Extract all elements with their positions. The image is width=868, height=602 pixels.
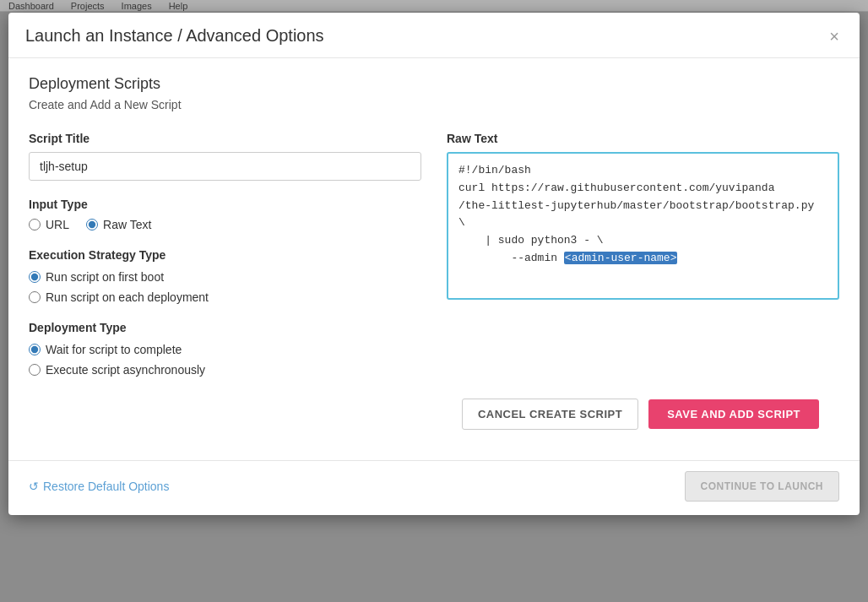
section-title: Deployment Scripts	[29, 75, 839, 93]
input-type-radio-group: URL Raw Text	[29, 218, 421, 231]
modal-dialog: Launch an Instance / Advanced Options × …	[8, 13, 860, 515]
continue-to-launch-button[interactable]: CONTINUE TO LAUNCH	[685, 471, 839, 502]
section-subtitle: Create and Add a New Script	[29, 98, 839, 111]
deployment-radio-group: Wait for script to complete Execute scri…	[29, 343, 421, 377]
raw-text-editor[interactable]: #!/bin/bash curl https://raw.githubuserc…	[447, 152, 839, 300]
cancel-create-script-button[interactable]: CANCEL CREATE SCRIPT	[462, 399, 638, 430]
deployment-type-label: Deployment Type	[29, 321, 421, 334]
radio-url-item[interactable]: URL	[29, 218, 69, 231]
deployment-type-section: Deployment Type Wait for script to compl…	[29, 321, 421, 377]
script-title-input[interactable]	[29, 152, 421, 181]
modal-header: Launch an Instance / Advanced Options ×	[8, 13, 860, 58]
radio-each-deploy[interactable]	[29, 291, 41, 303]
radio-rawtext-item[interactable]: Raw Text	[86, 218, 151, 231]
modal-bottom-bar: ↺ Restore Default Options CONTINUE TO LA…	[8, 460, 860, 515]
input-type-label: Input Type	[29, 198, 421, 211]
script-title-label: Script Title	[29, 132, 421, 145]
form-columns: Script Title Input Type URL Raw Text	[29, 132, 839, 377]
save-and-add-script-button[interactable]: SAVE AND ADD SCRIPT	[648, 399, 819, 429]
radio-async-label: Execute script asynchronously	[46, 363, 205, 377]
modal-title: Launch an Instance / Advanced Options	[25, 26, 324, 46]
radio-wait-label: Wait for script to complete	[46, 343, 182, 356]
restore-default-label: Restore Default Options	[43, 480, 169, 493]
radio-wait-item[interactable]: Wait for script to complete	[29, 343, 421, 356]
radio-each-deploy-item[interactable]: Run script on each deployment	[29, 290, 421, 304]
admin-user-highlight: <admin-user-name>	[564, 252, 678, 264]
radio-first-boot-label: Run script on first boot	[46, 270, 164, 284]
execution-strategy-section: Execution Strategy Type Run script on fi…	[29, 248, 421, 304]
radio-rawtext-label: Raw Text	[103, 218, 151, 231]
form-right: Raw Text #!/bin/bash curl https://raw.gi…	[447, 132, 839, 300]
restore-default-link[interactable]: ↺ Restore Default Options	[29, 480, 169, 493]
radio-url[interactable]	[29, 219, 41, 230]
radio-rawtext[interactable]	[86, 219, 98, 230]
radio-url-label: URL	[46, 218, 69, 231]
form-left: Script Title Input Type URL Raw Text	[29, 132, 421, 377]
execution-radio-group: Run script on first boot Run script on e…	[29, 270, 421, 304]
radio-first-boot[interactable]	[29, 271, 41, 283]
modal-body: Deployment Scripts Create and Add a New …	[8, 58, 860, 460]
radio-first-boot-item[interactable]: Run script on first boot	[29, 270, 421, 284]
modal-close-button[interactable]: ×	[826, 28, 843, 45]
input-type-section: Input Type URL Raw Text	[29, 198, 421, 231]
radio-async-item[interactable]: Execute script asynchronously	[29, 363, 421, 377]
raw-text-label: Raw Text	[447, 132, 839, 145]
modal-footer: CANCEL CREATE SCRIPT SAVE AND ADD SCRIPT	[29, 385, 839, 443]
restore-icon: ↺	[29, 480, 39, 493]
radio-async[interactable]	[29, 364, 41, 376]
execution-strategy-label: Execution Strategy Type	[29, 248, 421, 262]
radio-each-deploy-label: Run script on each deployment	[46, 290, 209, 304]
radio-wait[interactable]	[29, 344, 41, 355]
